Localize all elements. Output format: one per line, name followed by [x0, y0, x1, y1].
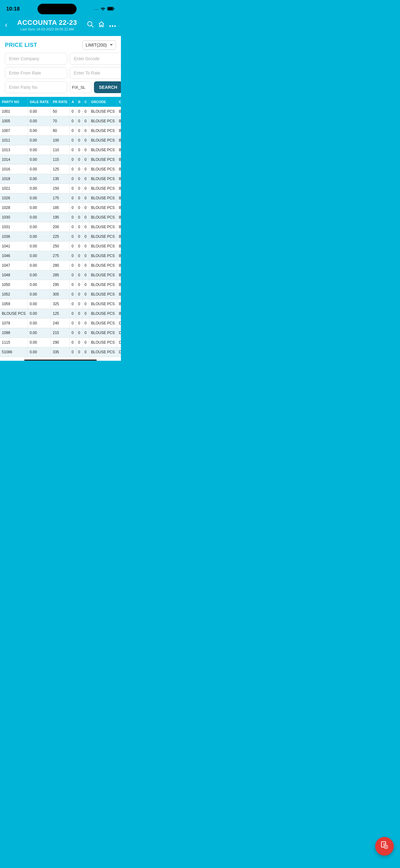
- cell-13-3: 0: [69, 232, 76, 242]
- cell-17-4: 0: [76, 270, 82, 280]
- cell-22-0: 1078: [0, 318, 28, 328]
- table-row[interactable]: 10310.00200000BLOUSE PCSBIMAL PRA3000: [0, 222, 121, 232]
- table-row[interactable]: 10780.00240000BLOUSE PCSDESHNA CRA000: [0, 318, 121, 328]
- cell-9-3: 0: [69, 193, 76, 203]
- cell-20-1: 0.00: [28, 299, 51, 309]
- table-body: 10010.0050000BLOUSE PCSBIMAL PRA00010050…: [0, 107, 121, 357]
- table-row[interactable]: 11150.00290000BLOUSE PCSDESHNA CRA000: [0, 338, 121, 347]
- from-rate-input[interactable]: [5, 67, 67, 79]
- cell-20-2: 325: [51, 299, 69, 309]
- cell-5-7: BIMAL PRA: [117, 155, 121, 164]
- cell-0-1: 0.00: [28, 107, 51, 116]
- cell-24-6: BLOUSE PCS: [89, 338, 117, 347]
- limit-select[interactable]: LIMIT(200) LIMIT(50) LIMIT(100) LIMIT(50…: [82, 40, 116, 50]
- search-icon[interactable]: [87, 21, 94, 29]
- table-row[interactable]: 10260.00175000BLOUSE PCSBIMAL PRA000: [0, 193, 121, 203]
- cell-2-6: BLOUSE PCS: [89, 126, 117, 136]
- table-row[interactable]: BLOUSE PCS0.00125000BLOUSE PCSBLOUSE PCS…: [0, 309, 121, 318]
- table-row[interactable]: 10500.00295000BLOUSE PCSBIMAL PRA2000: [0, 280, 121, 290]
- col-b: B: [76, 97, 82, 107]
- party-no-input[interactable]: [5, 81, 67, 93]
- table-row[interactable]: 10160.00125000BLOUSE PCSBIMAL PRA5000: [0, 164, 121, 174]
- cell-16-0: 1047: [0, 261, 28, 270]
- cell-19-3: 0: [69, 290, 76, 299]
- cell-24-7: DESHNA CRA: [117, 338, 121, 347]
- col-party-no: PARTY NO: [0, 97, 28, 107]
- table-row[interactable]: 510860.00335000BLOUSE PCSDESHNA CRA000: [0, 347, 121, 357]
- cell-0-3: 0: [69, 107, 76, 116]
- table-row[interactable]: 10130.00110000BLOUSE PCSBIMAL PRA000: [0, 145, 121, 155]
- table-row[interactable]: 10590.00325000BLOUSE PCSBIMAL PRA000: [0, 299, 121, 309]
- cell-8-0: 1021: [0, 184, 28, 193]
- cell-12-7: BIMAL PRA: [117, 222, 121, 232]
- cell-19-5: 0: [82, 290, 89, 299]
- col-sale-rate: SALE RATE: [28, 97, 51, 107]
- header-title-block: ACCOUNTA 22-23 Last Sync 18-03-2023 09:0…: [11, 19, 83, 31]
- cell-13-4: 0: [76, 232, 82, 242]
- fix-sl-select[interactable]: FIX_SL ALL FIX SL: [70, 81, 92, 93]
- cell-22-7: DESHNA CRA: [117, 318, 121, 328]
- table-row[interactable]: 10140.00115000BLOUSE PCSBIMAL PRA5000: [0, 155, 121, 164]
- price-list-header: PRICE LIST LIMIT(200) LIMIT(50) LIMIT(10…: [0, 36, 121, 53]
- table-row[interactable]: 10210.00150000BLOUSE PCSBIMAL PRA5000: [0, 184, 121, 193]
- table-row[interactable]: 10070.0080000BLOUSE PCSBIMAL PRA000: [0, 126, 121, 136]
- cell-6-0: 1016: [0, 164, 28, 174]
- cell-5-1: 0.00: [28, 155, 51, 164]
- cell-11-1: 0.00: [28, 213, 51, 222]
- table-row[interactable]: 10360.00225000BLOUSE PCSBIMAL PRA000: [0, 232, 121, 242]
- cell-21-4: 0: [76, 309, 82, 318]
- cell-19-6: BLOUSE PCS: [89, 290, 117, 299]
- table-row[interactable]: 10280.00185000BLOUSE PCSBIMAL PRA3000: [0, 203, 121, 213]
- cell-7-7: BIMAL PRA: [117, 174, 121, 184]
- table-row[interactable]: 10050.0070000BLOUSE PCSBIMAL PRA000: [0, 116, 121, 126]
- cell-19-0: 1052: [0, 290, 28, 299]
- table-row[interactable]: 10980.00215000BLOUSE PCSDESHNA CRA000: [0, 328, 121, 338]
- cell-16-3: 0: [69, 261, 76, 270]
- cell-6-2: 125: [51, 164, 69, 174]
- table-row[interactable]: 10300.00195000BLOUSE PCSBIMAL PRA4000: [0, 213, 121, 222]
- cell-4-6: BLOUSE PCS: [89, 145, 117, 155]
- cell-9-5: 0: [82, 193, 89, 203]
- notch: [37, 4, 76, 14]
- back-button[interactable]: ‹: [5, 21, 7, 29]
- table-row[interactable]: 10410.00250000BLOUSE PCSBIMAL PRA2000: [0, 242, 121, 251]
- cell-2-4: 0: [76, 126, 82, 136]
- cell-12-5: 0: [82, 222, 89, 232]
- grcode-input[interactable]: [70, 53, 121, 65]
- to-rate-input[interactable]: [70, 67, 121, 79]
- cell-17-3: 0: [69, 270, 76, 280]
- search-button[interactable]: SEARCH: [94, 81, 121, 93]
- cell-16-6: BLOUSE PCS: [89, 261, 117, 270]
- cell-7-3: 0: [69, 174, 76, 184]
- search-row: FIX_SL ALL FIX SL SEARCH: [5, 81, 116, 93]
- cell-20-4: 0: [76, 299, 82, 309]
- table-row[interactable]: 10520.00305000BLOUSE PCSBIMAL PRA000: [0, 290, 121, 299]
- cell-6-1: 0.00: [28, 164, 51, 174]
- cell-22-2: 240: [51, 318, 69, 328]
- more-icon[interactable]: [109, 22, 116, 29]
- col-pr-rate: PR RATE: [51, 97, 69, 107]
- cell-13-5: 0: [82, 232, 89, 242]
- company-input[interactable]: [5, 53, 67, 65]
- table-row[interactable]: 10480.00285000BLOUSE PCSBIMAL PRA2000: [0, 270, 121, 280]
- cell-4-1: 0.00: [28, 145, 51, 155]
- cell-13-0: 1036: [0, 232, 28, 242]
- cell-12-2: 200: [51, 222, 69, 232]
- table-row[interactable]: 10180.00135000BLOUSE PCSBIMAL PRA5000: [0, 174, 121, 184]
- cell-20-5: 0: [82, 299, 89, 309]
- cell-5-0: 1014: [0, 155, 28, 164]
- cell-1-5: 0: [82, 116, 89, 126]
- cell-3-7: BIMAL PRA: [117, 136, 121, 145]
- home-icon[interactable]: [98, 21, 105, 29]
- cell-3-3: 0: [69, 136, 76, 145]
- cell-5-5: 0: [82, 155, 89, 164]
- cell-22-4: 0: [76, 318, 82, 328]
- cell-10-4: 0: [76, 203, 82, 213]
- table-row[interactable]: 10460.00275000BLOUSE PCSBIMAL PRA000: [0, 251, 121, 261]
- table-row[interactable]: 10010.0050000BLOUSE PCSBIMAL PRA000: [0, 107, 121, 116]
- table-row[interactable]: 10470.00280000BLOUSE PCSBIMAL PRA000: [0, 261, 121, 270]
- table-row[interactable]: 10110.00100000BLOUSE PCSBIMAL PRA000: [0, 136, 121, 145]
- cell-19-2: 305: [51, 290, 69, 299]
- cell-20-6: BLOUSE PCS: [89, 299, 117, 309]
- cell-14-1: 0.00: [28, 242, 51, 251]
